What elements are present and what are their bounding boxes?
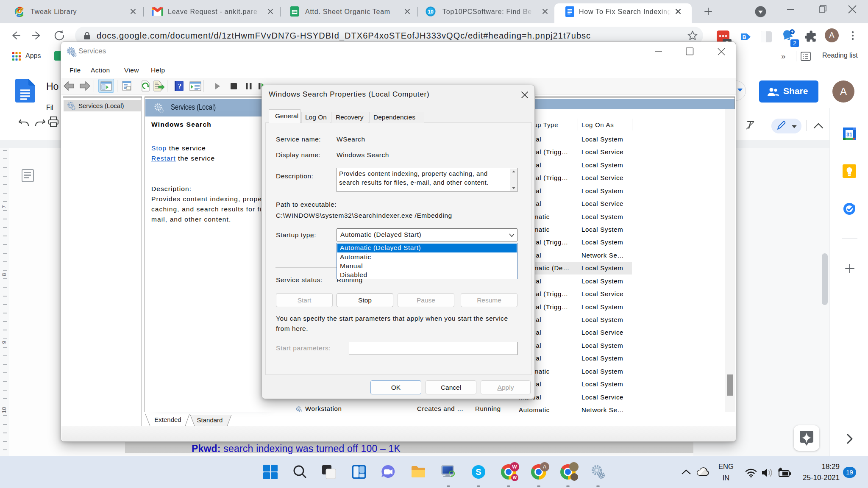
svg-text:Extended: Extended (154, 416, 181, 423)
svg-text:B: B (743, 34, 746, 40)
svg-text:31: 31 (846, 132, 852, 138)
svg-text:Standard: Standard (197, 416, 223, 424)
svg-text:S: S (476, 467, 481, 477)
svg-text:?: ? (178, 82, 182, 90)
svg-text:10: 10 (428, 9, 434, 15)
